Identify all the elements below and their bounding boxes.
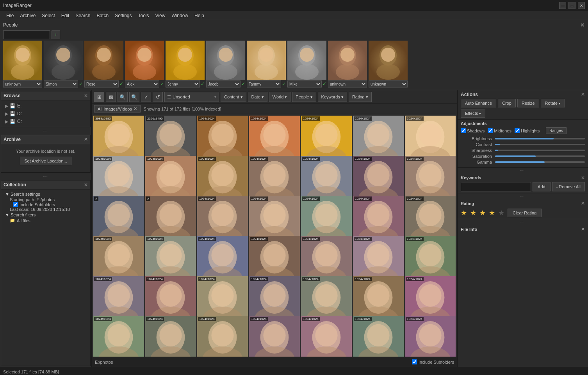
face-name-select-2[interactable]: Rose [84,80,119,88]
face-name-select-6[interactable]: Tammy [247,80,281,88]
face-thumb-9[interactable] [369,41,408,80]
fileinfo-close[interactable]: ✕ [581,227,585,232]
set-archive-button[interactable]: Set Archive Location... [20,157,71,165]
adj-kw-divider[interactable]: ····· [458,168,588,173]
menu-view[interactable]: View [152,12,169,19]
image-cell[interactable]: 1024x1024 [145,316,196,357]
menu-archive[interactable]: Archive [17,12,39,19]
shadows-checkbox-label[interactable]: Shadows [461,128,485,133]
star-4[interactable]: ★ [489,209,495,217]
face-name-select-4[interactable]: Jenny [166,80,200,88]
face-name-select-1[interactable]: Simon [44,80,78,88]
rating-close[interactable]: ✕ [581,201,585,206]
auto-enhance-button[interactable]: Auto Enhance [461,99,496,107]
archive-collection-divider[interactable]: ····· [0,173,91,179]
midtones-checkbox-label[interactable]: Midtones [488,128,511,133]
clear-rating-button[interactable]: Clear Rating [508,209,542,217]
brightness-slider[interactable] [495,138,585,139]
sharpness-slider[interactable] [495,150,585,151]
face-thumb-4[interactable] [166,41,205,80]
menu-batch[interactable]: Batch [93,12,112,19]
date-filter-button[interactable]: Date ▾ [248,92,267,102]
include-subfolders-check[interactable] [13,202,18,207]
detail-view-button[interactable]: ⊠ [106,92,116,102]
image-cell[interactable]: 1024x1024 [93,316,144,357]
kw-rating-divider[interactable]: ····· [458,193,588,199]
face-thumb-2[interactable] [84,41,123,80]
menu-settings[interactable]: Settings [112,12,135,19]
people-panel-close[interactable]: ✕ [580,22,585,28]
people-filter-button[interactable]: People ▾ [292,92,316,102]
midtones-checkbox[interactable] [488,128,493,133]
keywords-input[interactable] [461,182,531,191]
face-thumb-6[interactable] [247,41,286,80]
browse-archive-divider[interactable]: ····· [0,128,91,134]
ranges-button[interactable]: Ranges [546,127,566,134]
image-cell[interactable]: 1024x1024 [353,316,404,357]
crop-button[interactable]: Crop [498,99,516,107]
rating-filter-button[interactable]: Rating ▾ [349,92,372,102]
sort-label[interactable]: Unsorted [173,95,214,99]
shadows-checkbox[interactable] [461,128,466,133]
drive-e[interactable]: ▶ 💾 E: [4,102,88,110]
keywords-remove-button[interactable]: - Remove All [552,182,585,191]
browse-close[interactable]: ✕ [84,93,88,98]
highlights-checkbox[interactable] [515,128,520,133]
refresh-button[interactable]: ↺ [153,92,163,102]
search-filters-item[interactable]: ▼ Search filters [4,212,88,218]
rotate-button[interactable]: Rotate [541,99,565,107]
rating-fileinfo-divider[interactable]: ····· [458,219,588,225]
contrast-slider[interactable] [495,144,585,145]
close-button[interactable]: ✕ [578,2,585,9]
tag-chip-all-images[interactable]: All Images/Videos ✕ [94,105,141,112]
face-thumb-1[interactable] [44,41,83,80]
include-subfolder-checkbox[interactable] [412,359,417,364]
keywords-filter-button[interactable]: Keywords ▾ [318,92,347,102]
menu-file[interactable]: File [3,12,17,19]
image-cell[interactable]: 1024x1024 [405,316,456,357]
menu-help[interactable]: Help [191,12,207,19]
tag-chip-close[interactable]: ✕ [134,106,137,111]
face-name-select-9[interactable]: unknown [369,80,408,88]
world-filter-button[interactable]: World ▾ [269,92,291,102]
people-add-button[interactable]: + [52,30,60,39]
all-files-item[interactable]: 📁 All files [4,218,88,223]
search-settings-item[interactable]: ▼ Search settings [4,191,88,197]
menu-window[interactable]: Window [168,12,191,19]
face-name-select-0[interactable]: unknown [3,80,42,88]
face-thumb-0[interactable] [3,41,42,80]
effects-button[interactable]: Effects [461,109,485,118]
star-2[interactable]: ★ [470,209,476,217]
select-all-button[interactable]: ✓ [141,92,151,102]
keywords-add-button[interactable]: Add [533,182,551,191]
collection-close[interactable]: ✕ [84,182,88,188]
image-cell[interactable]: 1024x1024 [249,316,300,357]
include-subfolders-row[interactable]: Include Subfolders [4,202,88,207]
gamma-slider[interactable] [495,161,585,163]
face-name-select-3[interactable]: Alex [125,80,159,88]
menu-search[interactable]: Search [72,12,93,19]
menu-tools[interactable]: Tools [135,12,152,19]
face-name-select-7[interactable]: Mike [287,80,322,88]
star-3[interactable]: ★ [479,209,486,217]
resize-button[interactable]: Resize [517,99,539,107]
menu-edit[interactable]: Edit [58,12,73,19]
face-name-select-5[interactable]: Jacob [206,80,241,88]
zoom-in-button[interactable]: 🔍 [129,92,139,102]
zoom-out-button[interactable]: 🔍 [118,92,128,102]
people-search-input[interactable] [3,30,50,39]
highlights-checkbox-label[interactable]: Highlights [515,128,540,133]
face-thumb-3[interactable] [125,41,164,80]
face-thumb-5[interactable] [206,41,245,80]
drive-c[interactable]: ▶ 💾 C: [4,118,88,125]
saturation-slider[interactable] [495,155,585,157]
image-cell[interactable]: 1024x1024 [301,316,352,357]
maximize-button[interactable]: □ [568,2,576,9]
actions-close[interactable]: ✕ [581,92,585,97]
archive-close[interactable]: ✕ [84,137,88,142]
face-thumb-7[interactable] [287,41,326,80]
content-filter-button[interactable]: Content ▾ [221,92,246,102]
star-1[interactable]: ★ [461,209,467,217]
grid-view-button[interactable]: ⊞ [94,92,104,102]
image-cell[interactable]: 1024x1024 [197,316,248,357]
